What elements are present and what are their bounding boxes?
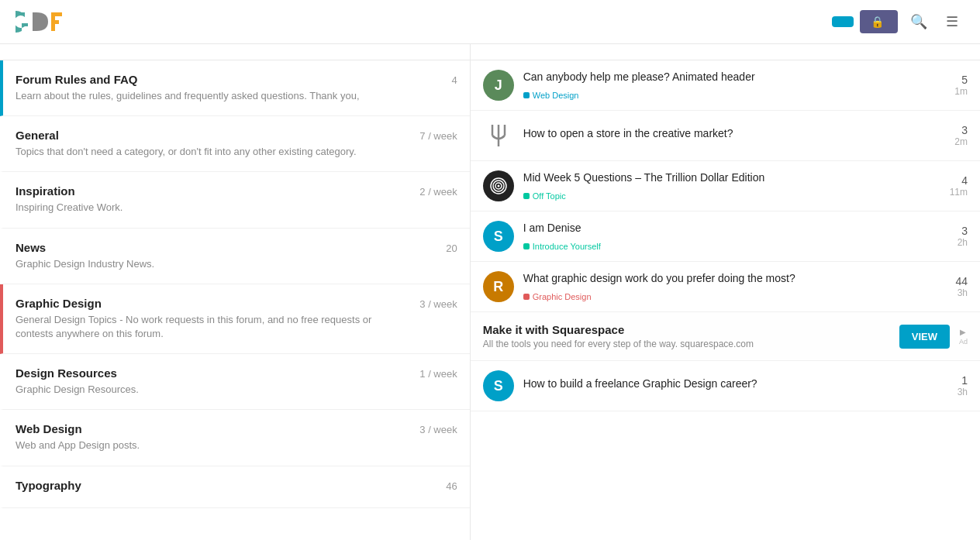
avatar: J: [483, 70, 514, 101]
category-topics: 4: [403, 73, 457, 86]
topic-info: Can anybody help me please? Animated hea…: [523, 70, 937, 100]
topic-title: How to open a store in the creative mark…: [523, 126, 937, 140]
topic-tag: Web Design: [523, 91, 579, 100]
category-name: News: [16, 241, 403, 254]
topic-title: Can anybody help me please? Animated hea…: [523, 70, 937, 84]
topic-info: How to build a freelance Graphic Design …: [523, 377, 937, 394]
ad-view-button[interactable]: VIEW: [899, 325, 950, 349]
topic-stats: 3 2m: [937, 124, 968, 147]
category-desc: Inspiring Creative Work.: [16, 201, 403, 215]
category-row[interactable]: Forum Rules and FAQ Learn about the rule…: [0, 60, 470, 116]
category-row[interactable]: Inspiration Inspiring Creative Work. 2 /…: [0, 172, 470, 228]
svg-rect-3: [51, 20, 59, 24]
topic-time: 3h: [937, 387, 968, 397]
topic-tag: Off Topic: [523, 191, 566, 201]
tag-dot: [523, 92, 530, 98]
topic-title: How to build a freelance Graphic Design …: [523, 377, 937, 390]
topic-title: I am Denise: [523, 221, 937, 235]
reply-count: 4: [937, 174, 968, 187]
tag-dot: [523, 294, 530, 300]
topic-stats: 5 1m: [937, 74, 968, 97]
reply-count: 44: [937, 275, 968, 287]
svg-rect-0: [33, 12, 36, 31]
svg-point-10: [497, 185, 499, 187]
topic-info: Mid Week 5 Questions – The Trillion Doll…: [523, 170, 937, 201]
topic-icon: [483, 120, 514, 151]
category-name: General: [16, 129, 403, 142]
topic-info: What graphic design work do you prefer d…: [523, 271, 937, 301]
login-button[interactable]: 🔒: [860, 10, 898, 33]
topic-stats: 4 11m: [937, 174, 968, 198]
topic-time: 2h: [937, 237, 968, 248]
signup-button[interactable]: [832, 16, 854, 27]
category-info: News Graphic Design Industry News.: [16, 241, 403, 271]
ad-marker: ▶: [960, 328, 966, 336]
avatar: S: [483, 221, 514, 252]
ad-title: Make it with Squarespace: [483, 323, 890, 336]
header-actions: 🔒 🔍 ☰: [832, 10, 964, 33]
category-desc: Web and App Design posts.: [16, 439, 403, 452]
search-icon[interactable]: 🔍: [904, 10, 933, 33]
latest-topic-row[interactable]: Mid Week 5 Questions – The Trillion Doll…: [471, 161, 980, 212]
topic-stats: 3 2h: [937, 225, 968, 248]
category-desc: Graphic Design Industry News.: [16, 257, 403, 271]
tag-dot: [523, 243, 530, 249]
latest-topic-row[interactable]: How to open a store in the creative mark…: [471, 111, 980, 161]
tag-label: Off Topic: [533, 191, 566, 201]
category-col-header: [0, 44, 470, 60]
latest-topic-row[interactable]: J Can anybody help me please? Animated h…: [471, 60, 980, 111]
category-row[interactable]: News Graphic Design Industry News. 20: [0, 229, 470, 284]
category-name: Inspiration: [16, 184, 403, 198]
category-row[interactable]: Design Resources Graphic Design Resource…: [0, 354, 470, 410]
topic-stats: 44 3h: [937, 275, 968, 298]
category-topics: 46: [403, 479, 457, 492]
main-layout: Forum Rules and FAQ Learn about the rule…: [0, 44, 980, 540]
category-info: Web Design Web and App Design posts.: [16, 422, 403, 452]
reply-count: 1: [937, 374, 968, 387]
category-desc: Topics that don't need a category, or do…: [16, 145, 403, 159]
logo[interactable]: [16, 6, 109, 37]
latest-topic-row[interactable]: S I am Denise Introduce Yourself 3 2h: [471, 212, 980, 262]
category-desc: General Design Topics - No work requests…: [16, 313, 403, 341]
latest-col-header: [471, 44, 980, 60]
topic-tag: Graphic Design: [523, 292, 592, 301]
svg-rect-2: [51, 12, 62, 16]
menu-icon[interactable]: ☰: [940, 10, 964, 33]
category-desc: Graphic Design Resources.: [16, 383, 403, 397]
topic-title: Mid Week 5 Questions – The Trillion Doll…: [523, 170, 937, 184]
category-row[interactable]: Graphic Design General Design Topics - N…: [0, 284, 470, 354]
ad-label: Ad: [959, 338, 968, 346]
tag-label: Introduce Yourself: [533, 242, 601, 251]
latest-column: J Can anybody help me please? Animated h…: [471, 44, 980, 540]
topic-tag: Introduce Yourself: [523, 242, 601, 251]
topic-info: How to open a store in the creative mark…: [523, 126, 937, 144]
categories-column: Forum Rules and FAQ Learn about the rule…: [0, 44, 471, 540]
category-row[interactable]: Typography 46: [0, 466, 470, 508]
category-name: Web Design: [16, 422, 403, 435]
category-row[interactable]: Web Design Web and App Design posts. 3 /…: [0, 410, 470, 466]
topic-title: What graphic design work do you prefer d…: [523, 271, 937, 285]
avatar: R: [483, 271, 514, 302]
topic-time: 2m: [937, 136, 968, 147]
topic-time: 11m: [937, 187, 968, 198]
ad-content: Make it with Squarespace All the tools y…: [483, 323, 890, 349]
category-name: Design Resources: [16, 366, 403, 380]
category-topics: 3 / week: [403, 422, 457, 435]
ad-subtitle: All the tools you need for every step of…: [483, 339, 890, 349]
category-info: Inspiration Inspiring Creative Work.: [16, 184, 403, 215]
category-info: Design Resources Graphic Design Resource…: [16, 366, 403, 397]
topic-stats: 1 3h: [937, 374, 968, 397]
category-info: General Topics that don't need a categor…: [16, 129, 403, 159]
topic-time: 1m: [937, 86, 968, 97]
tag-label: Web Design: [533, 91, 579, 100]
category-row[interactable]: General Topics that don't need a categor…: [0, 116, 470, 172]
latest-topic-row[interactable]: S How to build a freelance Graphic Desig…: [471, 361, 980, 411]
tag-label: Graphic Design: [533, 292, 592, 301]
category-topics: 1 / week: [403, 366, 457, 380]
category-topics: 7 / week: [403, 129, 457, 142]
category-info: Forum Rules and FAQ Learn about the rule…: [16, 73, 403, 103]
ad-icon-area: ▶ Ad: [959, 328, 968, 346]
latest-topic-row[interactable]: R What graphic design work do you prefer…: [471, 262, 980, 312]
lock-icon: 🔒: [871, 15, 884, 28]
tag-dot: [523, 193, 530, 199]
